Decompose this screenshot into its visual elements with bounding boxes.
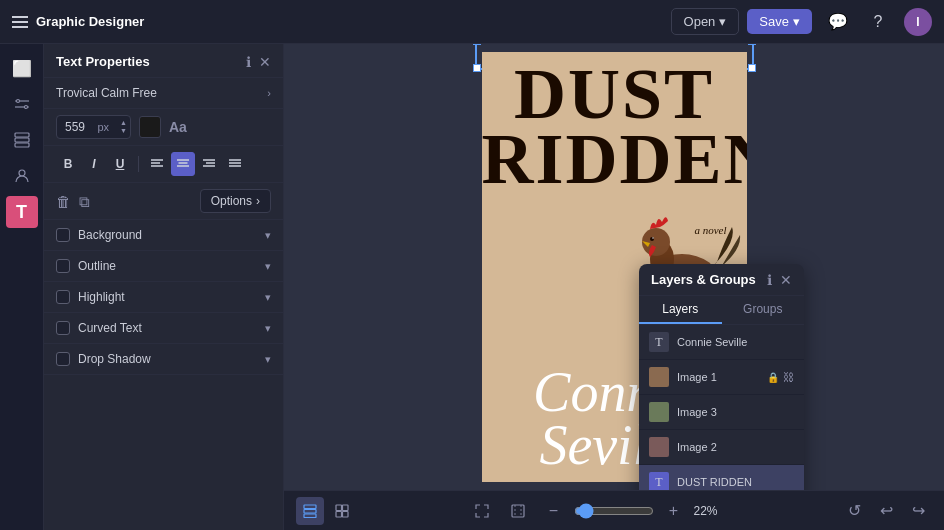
duplicate-button[interactable]: ⧉ xyxy=(79,194,90,209)
background-header[interactable]: Background ▾ xyxy=(44,220,283,250)
undo-button[interactable]: ↩ xyxy=(872,497,900,525)
italic-button[interactable]: I xyxy=(82,152,106,176)
background-checkbox[interactable] xyxy=(56,228,70,242)
outline-checkbox[interactable] xyxy=(56,259,70,273)
options-button[interactable]: Options › xyxy=(200,189,271,213)
color-swatch[interactable] xyxy=(139,116,161,138)
layers-view-button[interactable] xyxy=(296,497,324,525)
svg-rect-37 xyxy=(336,505,342,511)
background-label: Background xyxy=(78,228,257,242)
size-arrows: ▲ ▼ xyxy=(120,119,127,136)
underline-button[interactable]: U xyxy=(108,152,132,176)
topbar-right: 💬 ? I xyxy=(824,8,932,36)
menu-icon[interactable] xyxy=(12,16,28,28)
svg-point-28 xyxy=(652,237,653,238)
svg-rect-36 xyxy=(304,514,316,518)
groups-tab[interactable]: Groups xyxy=(722,296,805,324)
layer-item-image1[interactable]: Image 1 🔒 ⛓ xyxy=(639,360,804,395)
icon-sidebar: ⬜ T xyxy=(0,44,44,530)
align-justify-button[interactable] xyxy=(223,152,247,176)
handle-ml[interactable] xyxy=(473,44,481,45)
layer-item-image3[interactable]: Image 3 xyxy=(639,395,804,430)
resize-button[interactable] xyxy=(504,497,532,525)
highlight-arrow-icon: ▾ xyxy=(265,291,271,304)
zoom-out-button[interactable]: − xyxy=(540,497,568,525)
drop-shadow-label: Drop Shadow xyxy=(78,352,257,366)
outline-label: Outline xyxy=(78,259,257,273)
handle-bl[interactable] xyxy=(473,64,481,72)
layers-info-icon[interactable]: ℹ xyxy=(767,273,772,287)
sidebar-people-icon[interactable] xyxy=(6,160,38,192)
svg-point-0 xyxy=(16,100,19,103)
highlight-checkbox[interactable] xyxy=(56,290,70,304)
help-button[interactable]: ? xyxy=(864,8,892,36)
layers-close-icon[interactable]: ✕ xyxy=(780,273,792,287)
curved-text-section: Curved Text ▾ xyxy=(44,313,283,344)
props-title: Text Properties xyxy=(56,54,150,69)
outline-header[interactable]: Outline ▾ xyxy=(44,251,283,281)
sidebar-shapes-icon[interactable]: ⬜ xyxy=(6,52,38,84)
expand-button[interactable] xyxy=(468,497,496,525)
layer-item-image2[interactable]: Image 2 xyxy=(639,430,804,465)
align-left-button[interactable] xyxy=(145,152,169,176)
main-layout: ⬜ T xyxy=(0,44,944,530)
grid-view-button[interactable] xyxy=(328,497,356,525)
canvas-area[interactable]: DUST RIDDEN a novel xyxy=(284,44,944,530)
props-header-icons: ℹ ✕ xyxy=(246,55,271,69)
align-center-button[interactable] xyxy=(171,152,195,176)
svg-point-26 xyxy=(642,228,670,256)
background-section: Background ▾ xyxy=(44,220,283,251)
layer-name-image1: Image 1 xyxy=(677,371,759,383)
drop-shadow-arrow-icon: ▾ xyxy=(265,353,271,366)
avatar[interactable]: I xyxy=(904,8,932,36)
curved-text-label: Curved Text xyxy=(78,321,257,335)
align-right-button[interactable] xyxy=(197,152,221,176)
bottom-right-tools: ↺ ↩ ↪ xyxy=(840,497,932,525)
sidebar-text-icon[interactable]: T xyxy=(6,196,38,228)
font-selector[interactable]: Trovical Calm Free › xyxy=(44,78,283,109)
format-toolbar: B I U xyxy=(44,146,283,183)
size-unit-label: px xyxy=(97,121,109,133)
curved-text-header[interactable]: Curved Text ▾ xyxy=(44,313,283,343)
drop-shadow-header[interactable]: Drop Shadow ▾ xyxy=(44,344,283,374)
bottom-left-tools xyxy=(296,497,356,525)
history-button[interactable]: ↺ xyxy=(840,497,868,525)
drop-shadow-checkbox[interactable] xyxy=(56,352,70,366)
svg-rect-34 xyxy=(304,505,316,509)
curved-text-checkbox[interactable] xyxy=(56,321,70,335)
topbar: Graphic Designer Open ▾ Save ▾ 💬 ? I xyxy=(0,0,944,44)
save-button[interactable]: Save ▾ xyxy=(747,9,812,34)
drop-shadow-section: Drop Shadow ▾ xyxy=(44,344,283,375)
zoom-in-button[interactable]: + xyxy=(660,497,688,525)
bottom-center-tools: − + 22% xyxy=(468,497,729,525)
info-icon[interactable]: ℹ xyxy=(246,55,251,69)
lock-icon: 🔒 xyxy=(767,372,779,383)
text-case-icon[interactable]: Aa xyxy=(169,119,187,135)
svg-rect-7 xyxy=(15,138,29,142)
svg-point-9 xyxy=(19,170,25,176)
layer-name-image2: Image 2 xyxy=(677,441,794,453)
close-icon[interactable]: ✕ xyxy=(259,55,271,69)
redo-button[interactable]: ↪ xyxy=(904,497,932,525)
layers-tab[interactable]: Layers xyxy=(639,296,722,324)
handle-br[interactable] xyxy=(748,64,756,72)
font-size-wrap: 559 px ▲ ▼ xyxy=(56,115,131,139)
font-name-label: Trovical Calm Free xyxy=(56,86,157,100)
handle-mr[interactable] xyxy=(748,44,756,45)
sidebar-layers-icon[interactable] xyxy=(6,124,38,156)
svg-point-1 xyxy=(24,106,27,109)
sidebar-adjust-icon[interactable] xyxy=(6,88,38,120)
layer-item-connie-seville[interactable]: T Connie Seville xyxy=(639,325,804,360)
topbar-center: Open ▾ Save ▾ xyxy=(671,8,812,35)
size-down-btn[interactable]: ▼ xyxy=(120,127,127,135)
chat-button[interactable]: 💬 xyxy=(824,8,852,36)
highlight-header[interactable]: Highlight ▾ xyxy=(44,282,283,312)
open-button[interactable]: Open ▾ xyxy=(671,8,740,35)
size-up-btn[interactable]: ▲ xyxy=(120,119,127,127)
background-arrow-icon: ▾ xyxy=(265,229,271,242)
delete-button[interactable]: 🗑 xyxy=(56,194,71,209)
actions-icons: 🗑 ⧉ xyxy=(56,194,90,209)
bold-button[interactable]: B xyxy=(56,152,80,176)
svg-rect-39 xyxy=(336,511,342,517)
zoom-slider[interactable] xyxy=(574,503,654,519)
